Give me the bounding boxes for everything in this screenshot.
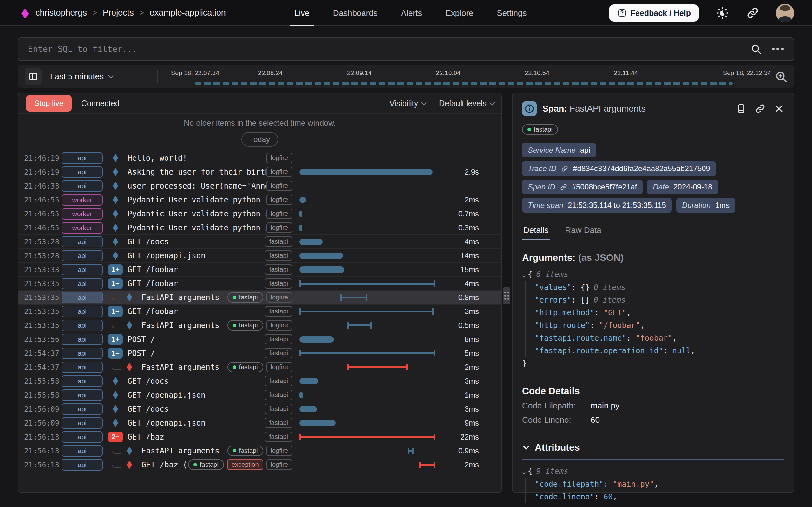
duration-bar — [299, 308, 434, 315]
trace-icon-zone — [122, 293, 137, 302]
more-options-icon[interactable]: ••• — [771, 44, 785, 54]
fastapi-pill-badge: fastapi — [227, 292, 263, 302]
badge-label: fastapi — [200, 461, 218, 468]
trace-row[interactable]: 21:53:35apiFastAPI argumentsfastapilogfi… — [18, 319, 501, 332]
trace-row[interactable]: 21:46:19apiAsking the user for their bir… — [18, 165, 501, 179]
trace-tag-column: api — [61, 417, 108, 429]
trace-message: GET /docs — [128, 405, 265, 413]
trace-row[interactable]: 21:54:37api1−POST /fastapi5ms — [18, 346, 501, 360]
attributes-divider — [522, 459, 784, 460]
trace-row[interactable]: 21:55:58apiGET /openapi.jsonfastapi1ms — [18, 388, 501, 402]
theme-toggle-button[interactable] — [716, 6, 729, 20]
share-link-button[interactable] — [746, 6, 759, 20]
panel-resize-handle[interactable] — [503, 287, 510, 304]
waterfall-cell — [299, 332, 444, 346]
user-avatar[interactable] — [776, 4, 794, 22]
breadcrumb-projects[interactable]: Projects — [103, 8, 134, 18]
duration-bar — [299, 239, 322, 245]
visibility-dropdown[interactable]: Visibility — [390, 99, 425, 108]
trace-row[interactable]: 21:55:58apiGET /docsfastapi3ms — [18, 374, 501, 388]
stop-live-button[interactable]: Stop live — [26, 95, 72, 112]
chip-value: 2024-09-18 — [673, 182, 712, 191]
trace-row[interactable]: 21:46:55workerPydantic User validate_pyt… — [18, 221, 501, 235]
nav-tab-alerts[interactable]: Alerts — [401, 0, 422, 26]
trace-time: 21:53:56 — [24, 335, 61, 343]
detail-tab-details[interactable]: Details — [522, 222, 550, 239]
trace-row[interactable]: 21:53:28apiGET /openapi.jsonfastapi14ms — [18, 249, 501, 263]
today-button[interactable]: Today — [241, 132, 278, 147]
toggle-children-badge[interactable]: 1+ — [108, 334, 123, 345]
trace-row[interactable]: 21:56:13api2−GET /bazfastapi22ms — [18, 430, 501, 444]
trace-row-selected[interactable]: 21:53:35apiFastAPI argumentsfastapilogfi… — [18, 291, 501, 304]
trace-time: 21:53:28 — [24, 251, 61, 260]
badge-label: fastapi — [239, 447, 258, 454]
logfire-badge: logfire — [266, 209, 293, 219]
trace-tag-column: api — [61, 376, 108, 387]
link-icon[interactable] — [560, 183, 567, 191]
default-levels-dropdown[interactable]: Default levels — [439, 99, 494, 108]
trace-tag-column: api — [61, 348, 108, 359]
split-view-button[interactable] — [736, 103, 747, 114]
json-token-punc: , — [672, 334, 676, 343]
trace-row[interactable]: 21:46:33apiuser processed: User(name='An… — [18, 179, 501, 193]
trace-icon-zone — [108, 210, 123, 218]
trace-time: 21:46:19 — [24, 168, 61, 176]
toggle-children-badge[interactable]: 1+ — [108, 264, 123, 275]
trace-row[interactable]: 21:46:55workerPydantic User validate_pyt… — [18, 207, 501, 221]
trace-row[interactable]: 21:54:37apiFastAPI argumentsfastapilogfi… — [18, 360, 501, 374]
detail-title-prefix: Span: — [542, 104, 567, 113]
json-token-punc: , — [654, 480, 658, 489]
duration-label: 4ms — [444, 237, 479, 246]
nav-tab-settings[interactable]: Settings — [497, 0, 527, 26]
breadcrumb-project-name[interactable]: example-application — [150, 8, 226, 18]
metadata-chip-span-id: Span ID#5008bce5f7fe21af — [522, 180, 643, 194]
trace-row[interactable]: 21:46:55workerPydantic User validate_pyt… — [18, 193, 501, 207]
timeline-activity-track[interactable] — [195, 82, 733, 84]
trace-row[interactable]: 21:56:13apiFastAPI argumentsfastapilogfi… — [18, 444, 501, 458]
trace-icon-zone — [108, 224, 123, 232]
breadcrumb-org[interactable]: christophergs — [36, 8, 87, 18]
trace-message: FastAPI arguments — [142, 321, 227, 330]
main-nav: LiveDashboardsAlertsExploreSettings — [294, 0, 526, 26]
json-token-caret: ⌄ — [522, 468, 526, 475]
trace-badges: logfire — [266, 153, 293, 163]
chevron-down-icon — [522, 443, 530, 452]
close-icon[interactable] — [774, 104, 784, 114]
trace-row[interactable]: 21:53:33api1+GET /foobarfastapi15ms — [18, 263, 501, 277]
trace-row[interactable]: 21:56:09apiGET /openapi.jsonfastapi9ms — [18, 416, 501, 430]
json-token-punc: } — [522, 359, 526, 368]
avatar-hair — [780, 5, 790, 11]
service-tag-api: api — [61, 292, 103, 303]
trace-row[interactable]: 21:53:35api1−GET /foobarfastapi3ms — [18, 304, 501, 319]
timeline-tick-label: 22:10:04 — [436, 69, 461, 77]
json-token-key: "fastapi.route.operation_id" — [535, 346, 663, 355]
nav-tab-live[interactable]: Live — [294, 0, 310, 26]
feedback-help-button[interactable]: Feedback / Help — [609, 4, 699, 21]
sql-filter-input[interactable] — [18, 44, 751, 54]
sidebar-toggle-button[interactable] — [25, 68, 42, 84]
link-icon[interactable] — [561, 165, 568, 172]
nav-tab-explore[interactable]: Explore — [445, 0, 473, 26]
trace-time: 21:55:58 — [24, 391, 61, 399]
trace-row[interactable]: 21:46:19apiHello, world!logfire — [18, 151, 501, 165]
attributes-toggle[interactable]: Attributes — [522, 442, 784, 453]
json-token-punc: : — [595, 308, 604, 317]
trace-row[interactable]: 21:53:56api1+POST /fastapi8ms — [18, 332, 501, 346]
copy-link-button[interactable] — [755, 103, 766, 114]
trace-message: user processed: User(name='Anne', c — [128, 181, 266, 190]
nav-tab-dashboards[interactable]: Dashboards — [333, 0, 377, 26]
timeline-zoom-in-button[interactable] — [774, 70, 788, 83]
trace-row[interactable]: 21:53:35api1−GET /foobarfastapi4ms — [18, 277, 501, 291]
fastapi-pill-badge: fastapi — [227, 446, 263, 456]
sun-moon-icon — [716, 6, 729, 20]
trace-row[interactable]: 21:56:13apiGET /baz (foobar)fastapiexcep… — [18, 458, 501, 472]
trace-row[interactable]: 21:56:09apiGET /docsfastapi3ms — [18, 402, 501, 416]
timeline-tick: 22:10:04 — [448, 69, 473, 77]
logfire-logo[interactable] — [20, 5, 31, 20]
time-range-selector[interactable]: Last 5 minutes — [50, 72, 112, 81]
detail-tab-raw-data[interactable]: Raw Data — [564, 222, 602, 239]
search-icon[interactable] — [751, 43, 762, 55]
trace-time: 21:56:09 — [24, 405, 61, 413]
trace-row[interactable]: 21:53:28apiGET /docsfastapi4ms — [18, 235, 501, 249]
trace-tag-column: worker — [61, 208, 108, 220]
